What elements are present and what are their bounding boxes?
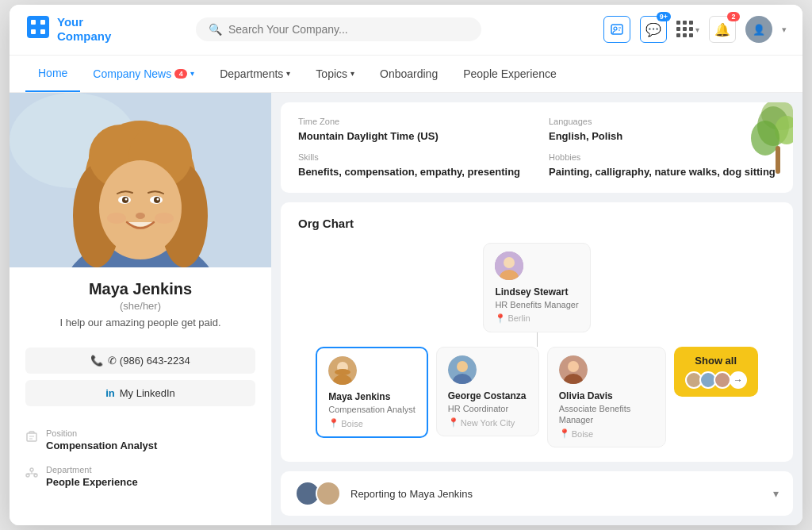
manager-name: Lindsey Stewart — [495, 286, 568, 298]
header: Your Company 🔍 💬 9+ — [10, 5, 802, 56]
nav-item-people-experience[interactable]: People Experience — [450, 56, 569, 91]
peer-role-maya: Compensation Analyst — [328, 404, 415, 415]
department-value: People Experience — [46, 476, 138, 488]
department-icon — [25, 467, 38, 482]
skills-value: Benefits, compensation, empathy, present… — [298, 166, 520, 178]
vertical-line-top — [537, 332, 538, 347]
position-label: Position — [46, 428, 157, 438]
reporting-avatar-2 — [316, 481, 341, 506]
org-node-george[interactable]: George Costanza HR Coordinator 📍 New Yor… — [436, 347, 539, 436]
app-window: Your Company 🔍 💬 9+ — [10, 5, 802, 526]
notifications-button[interactable]: 🔔 2 — [709, 16, 736, 43]
svg-point-56 — [568, 361, 579, 372]
chat-button[interactable]: 💬 9+ — [640, 16, 667, 43]
user-avatar-button[interactable]: 👤 — [745, 16, 772, 43]
svg-point-53 — [457, 361, 468, 372]
action-buttons: 📞 ✆ (986) 643-2234 in My LinkedIn — [10, 341, 271, 413]
nav-item-company-news[interactable]: Company News 4 ▾ — [80, 56, 207, 91]
svg-point-19 — [99, 160, 182, 255]
company-news-badge: 4 — [174, 69, 187, 79]
nav-item-onboarding[interactable]: Onboarding — [367, 56, 450, 91]
left-panel: Maya Jenkins (she/her) I help our amazin… — [10, 93, 271, 526]
user-menu-chevron[interactable]: ▾ — [782, 25, 787, 35]
svg-rect-3 — [31, 29, 36, 34]
notifications-badge: 2 — [727, 12, 740, 21]
apps-grid-button[interactable]: ▾ — [676, 21, 699, 38]
linkedin-button[interactable]: in My LinkedIn — [25, 380, 255, 406]
skills-field: Skills Benefits, compensation, empathy, … — [298, 152, 525, 179]
user-avatar-initials: 👤 — [753, 24, 765, 36]
profile-pronouns: (she/her) — [25, 300, 255, 312]
show-all-avatar-3 — [714, 371, 731, 389]
profile-card-button[interactable] — [603, 16, 630, 43]
org-node-manager[interactable]: Lindsey Stewart HR Benefits Manager 📍 Be… — [483, 243, 590, 332]
show-all-arrow-icon: → — [730, 371, 747, 389]
profile-photo — [10, 93, 271, 267]
show-all-avatars: → — [685, 371, 747, 389]
peer-name-george: George Costanza — [448, 390, 527, 401]
profile-info: Maya Jenkins (she/her) I help our amazin… — [10, 267, 271, 341]
reporting-row[interactable]: Reporting to Maya Jenkins ▾ — [281, 471, 793, 516]
org-olivia-avatar — [559, 355, 588, 384]
phone-button[interactable]: 📞 ✆ (986) 643-2234 — [25, 348, 255, 374]
reporting-chevron-icon: ▾ — [773, 487, 779, 500]
svg-point-6 — [614, 27, 617, 30]
grid-chevron-icon: ▾ — [695, 25, 699, 34]
location-pin-icon: 📍 — [495, 313, 506, 324]
reporting-avatars — [295, 481, 341, 506]
topics-chevron-icon: ▾ — [350, 69, 354, 78]
show-all-label: Show all — [695, 355, 737, 367]
org-chart-card: Org Chart — [281, 202, 793, 463]
timezone-field: Time Zone Mountain Daylight Time (US) — [298, 117, 525, 143]
peer-role-olivia: Associate Benefits Manager — [559, 403, 654, 426]
info-card: Time Zone Mountain Daylight Time (US) La… — [281, 102, 793, 193]
org-peers-row: Maya Jenkins Compensation Analyst 📍 Bois… — [316, 347, 757, 448]
nav-item-departments[interactable]: Departments ▾ — [207, 56, 303, 91]
svg-rect-44 — [776, 146, 780, 174]
skills-label: Skills — [298, 152, 525, 162]
languages-value: English, Polish — [549, 130, 622, 142]
profile-name: Maya Jenkins — [25, 280, 255, 298]
svg-point-25 — [157, 198, 159, 200]
svg-point-32 — [30, 468, 33, 471]
location-pin-olivia-icon: 📍 — [559, 428, 570, 439]
profile-tagline: I help our amazing people get paid. — [25, 317, 255, 328]
org-chart-title: Org Chart — [298, 217, 776, 230]
svg-rect-29 — [27, 433, 36, 441]
tree-connector-top — [537, 332, 538, 347]
search-bar[interactable]: 🔍 — [196, 17, 481, 41]
org-george-avatar — [448, 355, 477, 384]
svg-rect-2 — [40, 20, 45, 25]
org-manager-row: Lindsey Stewart HR Benefits Manager 📍 Be… — [483, 243, 590, 332]
department-label: Department — [46, 465, 138, 474]
org-node-maya[interactable]: Maya Jenkins Compensation Analyst 📍 Bois… — [316, 347, 427, 438]
manager-role: HR Benefits Manager — [495, 299, 578, 310]
show-all-button[interactable]: Show all → — [674, 347, 758, 397]
svg-rect-1 — [31, 20, 36, 25]
phone-icon: 📞 — [90, 355, 103, 367]
main-content: Maya Jenkins (she/her) I help our amazin… — [10, 93, 802, 526]
peer-location-maya: 📍 Boise — [328, 418, 363, 428]
right-panel: Time Zone Mountain Daylight Time (US) La… — [271, 93, 802, 526]
org-node-olivia[interactable]: Olivia Davis Associate Benefits Manager … — [547, 347, 666, 448]
org-chart-tree: Lindsey Stewart HR Benefits Manager 📍 Be… — [298, 243, 776, 448]
search-input[interactable] — [228, 23, 469, 36]
position-value: Compensation Analyst — [46, 440, 157, 451]
nav-bar: Home Company News 4 ▾ Departments ▾ Topi… — [10, 56, 802, 93]
notifications-wrapper: 🔔 2 — [709, 16, 736, 43]
timezone-value: Mountain Daylight Time (US) — [298, 130, 439, 142]
svg-point-27 — [107, 213, 126, 224]
chat-icon: 💬 — [645, 22, 661, 37]
peer-name-olivia: Olivia Davis — [559, 390, 613, 401]
svg-point-24 — [125, 198, 128, 200]
peer-location-george: 📍 New York City — [448, 417, 515, 428]
svg-point-43 — [751, 121, 779, 156]
manager-location: 📍 Berlin — [495, 313, 530, 324]
logo-area: Your Company — [25, 13, 128, 47]
position-detail: Position Compensation Analyst — [25, 422, 255, 459]
bell-icon: 🔔 — [714, 22, 730, 37]
nav-item-topics[interactable]: Topics ▾ — [303, 56, 367, 91]
nav-item-home[interactable]: Home — [25, 56, 80, 92]
reporting-text: Reporting to Maya Jenkins — [350, 488, 473, 500]
company-news-chevron-icon: ▾ — [190, 69, 194, 78]
